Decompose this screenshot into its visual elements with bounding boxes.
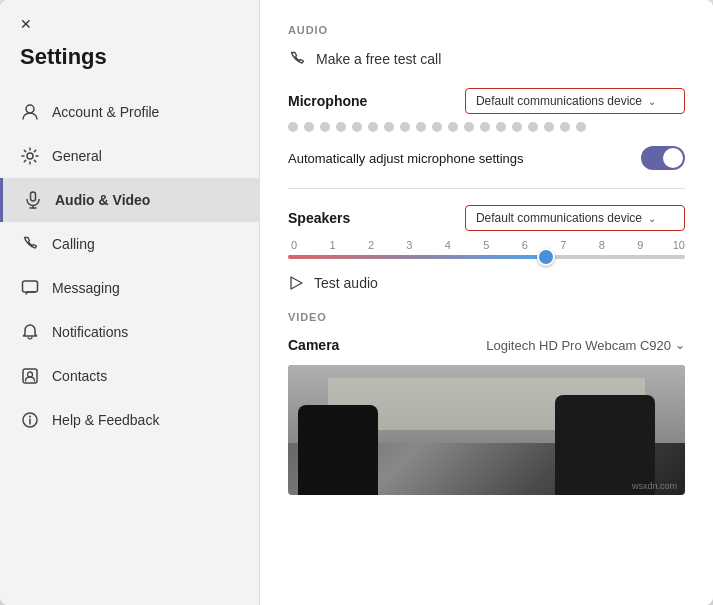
slider-label-2: 2 — [365, 239, 377, 251]
sidebar-item-account-label: Account & Profile — [52, 104, 159, 120]
person-icon — [20, 102, 40, 122]
camera-feed — [288, 365, 685, 495]
watermark: wsxdn.com — [632, 481, 677, 491]
slider-label-10: 10 — [673, 239, 685, 251]
sidebar-item-notifications-label: Notifications — [52, 324, 128, 340]
camera-row: Camera Logitech HD Pro Webcam C920 ⌄ — [288, 337, 685, 353]
chevron-down-icon: ⌄ — [648, 96, 656, 107]
speakers-label: Speakers — [288, 210, 350, 226]
svg-point-0 — [26, 105, 34, 113]
sidebar-item-calling-label: Calling — [52, 236, 95, 252]
microphone-row: Microphone Default communications device… — [288, 88, 685, 114]
divider — [288, 188, 685, 189]
mic-dot — [432, 122, 442, 132]
sidebar-title: Settings — [0, 40, 259, 90]
slider-thumb[interactable] — [537, 248, 555, 266]
mic-dot — [400, 122, 410, 132]
mic-dot — [496, 122, 506, 132]
mic-icon — [23, 190, 43, 210]
microphone-label: Microphone — [288, 93, 367, 109]
video-section-label: VIDEO — [288, 311, 685, 323]
settings-window: ✕ Settings Account & Profile — [0, 0, 713, 605]
slider-label-5: 5 — [480, 239, 492, 251]
close-icon: ✕ — [20, 16, 32, 32]
mic-dot — [336, 122, 346, 132]
bell-icon — [20, 322, 40, 342]
mic-dot — [512, 122, 522, 132]
svg-point-7 — [28, 372, 33, 377]
gear-icon — [20, 146, 40, 166]
auto-adjust-row: Automatically adjust microphone settings — [288, 146, 685, 170]
volume-slider[interactable] — [288, 255, 685, 259]
slider-labels: 0 1 2 3 4 5 6 7 8 9 10 — [288, 239, 685, 251]
svg-rect-5 — [23, 281, 38, 292]
test-audio-label: Test audio — [314, 275, 378, 291]
test-audio-row[interactable]: Test audio — [288, 275, 685, 291]
mic-dot — [448, 122, 458, 132]
sidebar-item-messaging[interactable]: Messaging — [0, 266, 259, 310]
speakers-row: Speakers Default communications device ⌄ — [288, 205, 685, 231]
slider-label-3: 3 — [403, 239, 415, 251]
slider-fill — [288, 255, 546, 259]
mic-dot — [320, 122, 330, 132]
sidebar-item-general[interactable]: General — [0, 134, 259, 178]
sidebar-item-account[interactable]: Account & Profile — [0, 90, 259, 134]
camera-label: Camera — [288, 337, 339, 353]
chat-icon — [20, 278, 40, 298]
info-icon — [20, 410, 40, 430]
speakers-device-label: Default communications device — [476, 211, 642, 225]
mic-dot — [544, 122, 554, 132]
phone-icon — [20, 234, 40, 254]
close-button[interactable]: ✕ — [0, 0, 259, 40]
slider-label-0: 0 — [288, 239, 300, 251]
mic-dot — [480, 122, 490, 132]
slider-label-4: 4 — [442, 239, 454, 251]
microphone-device-label: Default communications device — [476, 94, 642, 108]
svg-marker-11 — [291, 277, 302, 289]
chair-left — [298, 405, 378, 495]
mic-dot — [528, 122, 538, 132]
camera-preview: wsxdn.com — [288, 365, 685, 495]
phone-outline-icon — [288, 50, 306, 68]
sidebar: ✕ Settings Account & Profile — [0, 0, 260, 605]
slider-label-7: 7 — [557, 239, 569, 251]
slider-label-9: 9 — [634, 239, 646, 251]
svg-point-1 — [27, 153, 33, 159]
svg-point-10 — [29, 416, 31, 418]
auto-adjust-label: Automatically adjust microphone settings — [288, 151, 524, 166]
mic-dot — [576, 122, 586, 132]
audio-section-label: AUDIO — [288, 24, 685, 36]
mic-dot — [560, 122, 570, 132]
mic-dot — [352, 122, 362, 132]
sidebar-item-calling[interactable]: Calling — [0, 222, 259, 266]
play-icon — [288, 275, 304, 291]
auto-adjust-toggle[interactable] — [641, 146, 685, 170]
slider-label-6: 6 — [519, 239, 531, 251]
sidebar-navigation: Account & Profile General — [0, 90, 259, 442]
sidebar-item-general-label: General — [52, 148, 102, 164]
mic-dot — [368, 122, 378, 132]
camera-device-label: Logitech HD Pro Webcam C920 — [486, 338, 671, 353]
chair-right — [555, 395, 655, 495]
speakers-dropdown[interactable]: Default communications device ⌄ — [465, 205, 685, 231]
sidebar-item-audio-video-label: Audio & Video — [55, 192, 150, 208]
chevron-down-icon: ⌄ — [675, 338, 685, 352]
mic-dot — [416, 122, 426, 132]
test-call-row[interactable]: Make a free test call — [288, 50, 685, 68]
mic-dot — [464, 122, 474, 132]
microphone-dropdown[interactable]: Default communications device ⌄ — [465, 88, 685, 114]
sidebar-item-notifications[interactable]: Notifications — [0, 310, 259, 354]
test-call-label: Make a free test call — [316, 51, 441, 67]
sidebar-item-contacts[interactable]: Contacts — [0, 354, 259, 398]
camera-dropdown[interactable]: Logitech HD Pro Webcam C920 ⌄ — [486, 338, 685, 353]
sidebar-item-help[interactable]: Help & Feedback — [0, 398, 259, 442]
chevron-down-icon: ⌄ — [648, 213, 656, 224]
slider-label-1: 1 — [326, 239, 338, 251]
mic-dot — [384, 122, 394, 132]
sidebar-item-audio-video[interactable]: Audio & Video — [0, 178, 259, 222]
contacts-icon — [20, 366, 40, 386]
sidebar-item-messaging-label: Messaging — [52, 280, 120, 296]
sidebar-item-help-label: Help & Feedback — [52, 412, 159, 428]
mic-dot — [288, 122, 298, 132]
main-content: AUDIO Make a free test call Microphone D… — [260, 0, 713, 605]
